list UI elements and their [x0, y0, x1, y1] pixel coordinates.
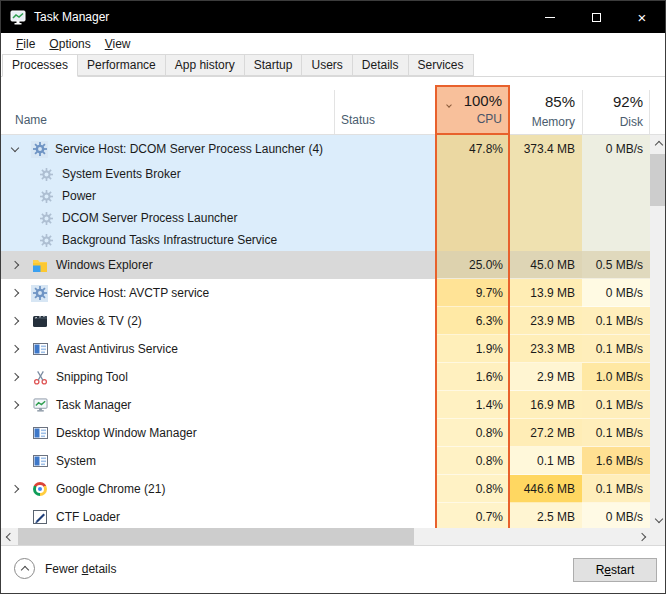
- table-row[interactable]: Service Host: AVCTP service 9.7% 13.9 MB…: [1, 279, 650, 307]
- minimize-button[interactable]: [527, 1, 573, 33]
- maximize-button[interactable]: [573, 1, 619, 33]
- tab-processes[interactable]: Processes: [2, 54, 78, 77]
- disk-value: 1.0 MB/s: [582, 363, 650, 391]
- process-name: DCOM Server Process Launcher: [62, 211, 237, 225]
- scissors-icon: [31, 370, 49, 385]
- table-row[interactable]: Background Tasks Infrastructure Service: [1, 229, 650, 251]
- menu-options[interactable]: Options: [42, 35, 97, 53]
- fewer-details-toggle[interactable]: Fewer details: [14, 558, 116, 579]
- column-header-name[interactable]: Name: [15, 113, 47, 127]
- tab-performance[interactable]: Performance: [77, 54, 166, 76]
- disk-value: [582, 229, 650, 251]
- status-cell: [334, 419, 437, 447]
- chevron-right-icon[interactable]: [11, 373, 19, 381]
- cpu-value: [437, 163, 510, 185]
- chevron-right-icon[interactable]: [11, 289, 19, 297]
- menu-view[interactable]: View: [98, 35, 138, 53]
- table-row[interactable]: System 0.8% 0.1 MB 1.6 MB/s: [1, 447, 650, 475]
- table-row[interactable]: CTF Loader 0.7% 2.5 MB 0 MB/s: [1, 503, 650, 528]
- scroll-left-icon[interactable]: [1, 528, 18, 545]
- status-cell: [334, 229, 437, 251]
- scrollbar-thumb[interactable]: [650, 154, 666, 206]
- scroll-right-icon[interactable]: [633, 528, 650, 545]
- table-row[interactable]: Task Manager 1.4% 16.9 MB 0.1 MB/s: [1, 391, 650, 419]
- window-icon: [31, 343, 49, 355]
- disk-value: 0.5 MB/s: [582, 251, 650, 279]
- status-cell: [334, 363, 437, 391]
- column-header-memory[interactable]: 85% Memory: [510, 93, 575, 135]
- name-cell: System: [1, 447, 334, 475]
- column-header-cpu[interactable]: 100% CPU: [435, 85, 510, 135]
- scroll-up-icon[interactable]: [650, 135, 666, 152]
- memory-value: 23.9 MB: [510, 307, 582, 335]
- memory-value: 373.4 MB: [510, 135, 582, 163]
- table-row[interactable]: Desktop Window Manager 0.8% 27.2 MB 0.1 …: [1, 419, 650, 447]
- chevron-right-icon[interactable]: [11, 317, 19, 325]
- vertical-scrollbar[interactable]: [650, 135, 666, 528]
- table-row[interactable]: Windows Explorer 25.0% 45.0 MB 0.5 MB/s: [1, 251, 650, 279]
- table-row[interactable]: Service Host: DCOM Server Process Launch…: [1, 135, 650, 163]
- disk-value: 0.1 MB/s: [582, 475, 650, 503]
- column-header-disk[interactable]: 92% Disk: [582, 93, 643, 135]
- chevron-right-icon[interactable]: [11, 401, 19, 409]
- gear-icon: [37, 212, 55, 225]
- cpu-value: 25.0%: [437, 251, 510, 279]
- scrollbar-thumb[interactable]: [18, 528, 414, 545]
- cpu-value: 1.9%: [437, 335, 510, 363]
- folder-icon: [31, 259, 49, 272]
- tab-app-history[interactable]: App history: [165, 54, 245, 76]
- tab-strip: Processes Performance App history Startu…: [1, 54, 665, 77]
- table-row[interactable]: Avast Antivirus Service 1.9% 23.3 MB 0.1…: [1, 335, 650, 363]
- process-name: Service Host: DCOM Server Process Launch…: [55, 142, 323, 156]
- disk-value: [582, 163, 650, 185]
- table-row[interactable]: Movies & TV (2) 6.3% 23.9 MB 0.1 MB/s: [1, 307, 650, 335]
- status-cell: [334, 307, 437, 335]
- name-cell: Background Tasks Infrastructure Service: [1, 229, 334, 251]
- sort-descending-icon: [447, 96, 451, 110]
- close-button[interactable]: ×: [619, 1, 665, 33]
- status-cell: [334, 279, 437, 307]
- memory-value: [510, 207, 582, 229]
- chevron-right-icon[interactable]: [11, 261, 19, 269]
- chevron-down-icon[interactable]: [11, 144, 19, 152]
- chevron-right-icon[interactable]: [11, 485, 19, 493]
- disk-value: 0.1 MB/s: [582, 307, 650, 335]
- tab-startup[interactable]: Startup: [244, 54, 303, 76]
- name-cell: Desktop Window Manager: [1, 419, 334, 447]
- table-row[interactable]: DCOM Server Process Launcher: [1, 207, 650, 229]
- chevron-right-icon[interactable]: [11, 345, 19, 353]
- process-name: CTF Loader: [56, 510, 120, 524]
- table-row[interactable]: Snipping Tool 1.6% 2.9 MB 1.0 MB/s: [1, 363, 650, 391]
- minimize-icon: [545, 17, 555, 18]
- column-header-status[interactable]: Status: [341, 113, 375, 127]
- table-row[interactable]: Google Chrome (21) 0.8% 446.6 MB 0.1 MB/…: [1, 475, 650, 503]
- cpu-column-border: [435, 135, 437, 528]
- memory-value: [510, 185, 582, 207]
- horizontal-scrollbar[interactable]: [1, 528, 650, 545]
- tab-details[interactable]: Details: [352, 54, 409, 76]
- window-icon: [31, 455, 49, 467]
- memory-value: [510, 163, 582, 185]
- close-icon: ×: [638, 10, 647, 25]
- tab-services[interactable]: Services: [408, 54, 474, 76]
- scroll-down-icon[interactable]: [650, 511, 666, 528]
- tab-users[interactable]: Users: [301, 54, 352, 76]
- window-title: Task Manager: [34, 10, 109, 24]
- name-cell: Snipping Tool: [1, 363, 334, 391]
- gear-icon: [37, 168, 55, 181]
- table-row[interactable]: Power: [1, 185, 650, 207]
- process-name: Service Host: AVCTP service: [55, 286, 209, 300]
- process-name: Snipping Tool: [56, 370, 128, 384]
- table-row[interactable]: System Events Broker: [1, 163, 650, 185]
- menu-file[interactable]: File: [9, 35, 42, 53]
- name-cell: Power: [1, 185, 334, 207]
- disk-value: 0.1 MB/s: [582, 391, 650, 419]
- memory-value: [510, 229, 582, 251]
- title-bar[interactable]: Task Manager ×: [1, 1, 665, 33]
- cpu-value: 6.3%: [437, 307, 510, 335]
- task-manager-window: Task Manager × File Options View Process…: [0, 0, 666, 594]
- name-cell: Avast Antivirus Service: [1, 335, 334, 363]
- restart-button[interactable]: Restart: [573, 558, 657, 582]
- column-divider: [334, 90, 335, 134]
- memory-value: 2.9 MB: [510, 363, 582, 391]
